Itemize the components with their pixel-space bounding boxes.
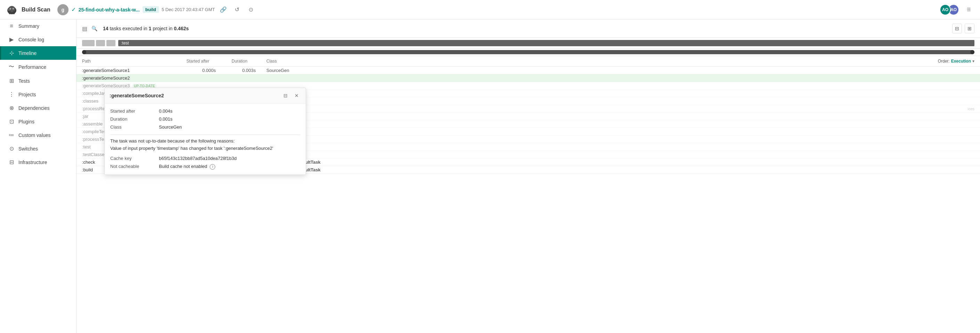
dependencies-icon: ⊗ (8, 105, 15, 111)
sidebar-label-plugins: Plugins (18, 119, 34, 124)
expand-button[interactable]: ⊞ (965, 24, 974, 33)
tasks-summary: 14 tasks executed in 1 project in 0.462s (103, 26, 189, 31)
sidebar-item-infrastructure[interactable]: ⊟ Infrastructure (0, 155, 76, 169)
build-tag: build (143, 6, 159, 13)
not-cacheable-label: Not cacheable (110, 164, 159, 170)
sidebar-item-custom-values[interactable]: ≔ Custom values (0, 128, 76, 142)
task-class: SourceGen (266, 68, 912, 73)
avatar: g (57, 4, 68, 15)
popup-cache-fields: Cache key b65f143c132bb87ad5a10dea728f1b… (110, 156, 300, 170)
task-class: org.gradle.api.DefaultTask (266, 167, 912, 173)
list-icon: ▤ (82, 25, 87, 32)
task-label-bar: :test (118, 40, 974, 46)
progress-dot-right (970, 50, 974, 54)
project-count: 1 (149, 26, 152, 31)
top-header: Build Scan g ✓ 25-find-out-why-a-task-w.… (0, 0, 980, 19)
popup-reason-intro: The task was not up-to-date because of t… (110, 138, 300, 144)
sidebar-item-tests[interactable]: ⊞ Tests (0, 74, 76, 87)
order-chevron-icon: ▾ (972, 59, 974, 63)
infrastructure-icon: ⊟ (8, 159, 15, 165)
sidebar-label-projects: Projects (18, 92, 36, 97)
menu-button[interactable]: ☰ (963, 4, 974, 15)
cache-key-label: Cache key (110, 156, 159, 161)
history-icon[interactable]: ↺ (232, 4, 243, 15)
collapse-button[interactable]: ⊟ (952, 24, 962, 33)
mini-bar-2 (96, 40, 105, 46)
timeline-icon: ⊹ (8, 50, 15, 56)
task-detail-popup: :generateSomeSource2 ⊟ ✕ Started after 0… (104, 87, 306, 175)
summary-icon: ≡ (8, 23, 15, 29)
table-header: Path Started after Duration Class Order:… (76, 56, 980, 67)
performance-icon: 〜 (8, 63, 15, 71)
logo-area: Build Scan (6, 3, 51, 16)
tasks-count: 14 (103, 26, 108, 31)
switches-icon: ⊙ (8, 145, 15, 152)
task-rows: :generateSomeSource1 0.000s 0.003s Sourc… (76, 67, 980, 174)
sidebar-label-timeline: Timeline (18, 51, 37, 56)
svg-point-8 (13, 8, 14, 9)
sidebar-item-switches[interactable]: ⊙ Switches (0, 142, 76, 155)
progress-dot-left (82, 50, 86, 54)
sidebar-label-custom-values: Custom values (18, 132, 51, 138)
sidebar-label-dependencies: Dependencies (18, 105, 50, 111)
duration: 0.462s (174, 26, 189, 31)
sidebar-label-infrastructure: Infrastructure (18, 160, 47, 165)
popup-title: :generateSomeSource2 (110, 93, 164, 98)
col-duration: Duration (232, 57, 266, 65)
filter-icon[interactable]: 🔍 (91, 26, 97, 31)
col-order[interactable]: Order: Execution ▾ (912, 57, 974, 65)
task-started: 0.000s (186, 68, 232, 73)
not-cacheable-value: Build cache not enabled i (159, 164, 300, 170)
col-class: Class (266, 57, 912, 65)
sidebar-label-switches: Switches (18, 146, 38, 152)
popup-title-bar: :generateSomeSource2 ⊟ ✕ (105, 88, 306, 103)
sidebar-label-performance: Performance (18, 64, 46, 70)
duration-label: Duration (110, 116, 159, 122)
sidebar-label-tests: Tests (18, 78, 30, 84)
sidebar-item-timeline[interactable]: ⊹ Timeline (0, 46, 76, 60)
avatar-1: AO (940, 4, 951, 15)
popup-body: Started after 0.004s Duration 0.001s Cla… (105, 103, 306, 174)
popup-minimize-button[interactable]: ⊟ (282, 91, 290, 100)
svg-point-3 (13, 11, 15, 14)
plugins-icon: ⊡ (8, 118, 15, 125)
col-path: Path (82, 57, 186, 65)
table-row[interactable]: :generateSomeSource2 (76, 75, 980, 82)
sidebar: ≡ Summary ▶ Console log ⊹ Timeline 〜 Per… (0, 19, 76, 333)
table-row[interactable]: :generateSomeSource1 0.000s 0.003s Sourc… (76, 67, 980, 75)
svg-point-2 (9, 11, 11, 14)
progress-row (76, 49, 980, 56)
search-scan-icon[interactable]: ⊙ (245, 4, 257, 15)
svg-point-7 (10, 8, 11, 9)
task-class: org.gradle.api.DefaultTask (266, 160, 912, 165)
build-id-area: g ✓ 25-find-out-why-a-task-w... build 5 … (57, 4, 940, 15)
popup-close-button[interactable]: ✕ (293, 91, 301, 100)
col-started: Started after (186, 57, 232, 65)
sidebar-item-summary[interactable]: ≡ Summary (0, 19, 76, 33)
app-title: Build Scan (22, 6, 51, 13)
check-icon: ✓ (71, 6, 76, 13)
class-value: SourceGen (159, 124, 300, 130)
popup-reason-detail: Value of input property 'timestamp' has … (110, 146, 300, 151)
projects-icon: ⋮ (8, 91, 15, 98)
build-date: 5 Dec 2017 20:43:47 GMT (162, 7, 215, 12)
header-icons: AO AO ☰ (940, 4, 974, 15)
sidebar-label-summary: Summary (18, 23, 39, 29)
sidebar-item-plugins[interactable]: ⊡ Plugins (0, 115, 76, 128)
popup-fields: Started after 0.004s Duration 0.001s Cla… (110, 108, 300, 130)
sidebar-item-performance[interactable]: 〜 Performance (0, 60, 76, 74)
sidebar-item-projects[interactable]: ⋮ Projects (0, 87, 76, 101)
order-value: Execution (951, 59, 971, 63)
sidebar-item-dependencies[interactable]: ⊗ Dependencies (0, 101, 76, 115)
timeline-bars-row: :test (76, 38, 980, 49)
content-area: ▤ 🔍 14 tasks executed in 1 project in 0.… (76, 19, 980, 333)
task-duration: 0.003s (232, 68, 266, 73)
link-icon[interactable]: 🔗 (218, 4, 229, 15)
console-log-icon: ▶ (8, 36, 15, 43)
tests-icon: ⊞ (8, 78, 15, 84)
sidebar-item-console-log[interactable]: ▶ Console log (0, 33, 76, 46)
info-icon[interactable]: i (210, 164, 215, 170)
timeline-header: ▤ 🔍 14 tasks executed in 1 project in 0.… (76, 19, 980, 38)
build-link[interactable]: 25-find-out-why-a-task-w... (79, 7, 140, 13)
progress-track (82, 50, 974, 54)
